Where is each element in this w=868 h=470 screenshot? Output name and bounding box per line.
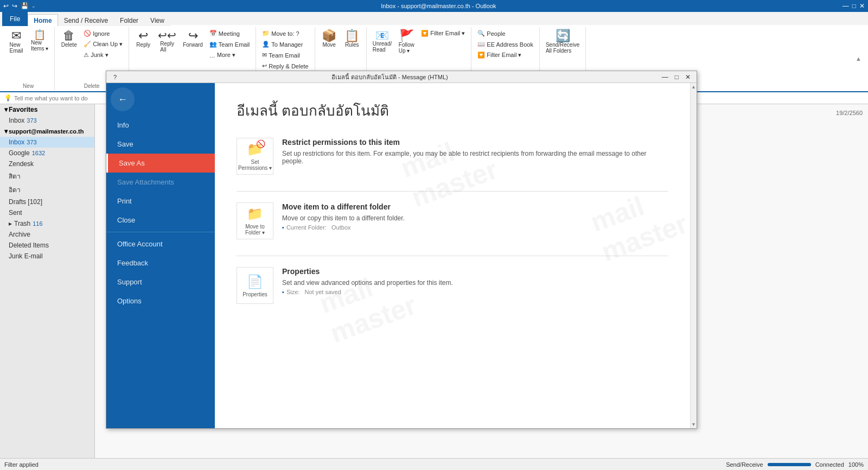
save-icon[interactable]: 💾 <box>21 2 29 10</box>
scroll-up-btn[interactable]: ▲ <box>690 83 697 91</box>
ribbon-tabs: File Home Send / Receive Folder View <box>0 12 868 26</box>
team-email2-button[interactable]: ✉ Team Email <box>259 50 311 60</box>
new-items-button[interactable]: 📋 NewItems ▾ <box>28 28 51 53</box>
rules-icon: 📋 <box>344 30 359 42</box>
meeting-button[interactable]: 📅 Meeting <box>207 28 252 39</box>
maximize-icon[interactable]: □ <box>852 2 856 10</box>
move-btn[interactable]: 📦 Move <box>318 28 340 49</box>
backstage-nav-save-as[interactable]: Save As <box>106 154 215 173</box>
sidebar-item-inbox-main[interactable]: Inbox 373 <box>0 137 94 148</box>
reply-delete-icon: ↩ <box>262 62 267 69</box>
inbox-main-label: Inbox <box>9 138 24 146</box>
delete-icon: 🗑 <box>63 30 75 42</box>
move-to-button[interactable]: 📁 Move to: ? <box>259 28 311 39</box>
properties-title: Properties <box>282 267 668 276</box>
send-receive-label: Send/ReceiveAll Folders <box>546 42 579 54</box>
tab-send-receive[interactable]: Send / Receive <box>58 14 114 26</box>
message-maximize-btn[interactable]: □ <box>672 73 681 81</box>
meeting-icon: 📅 <box>209 30 217 37</box>
forward-icon[interactable]: ↪ <box>12 2 17 10</box>
backstage-nav-office-account[interactable]: Office Account <box>106 234 215 253</box>
ribbon-collapse-btn[interactable]: ▲ <box>856 27 866 90</box>
backstage-nav-close[interactable]: Close <box>106 211 215 230</box>
message-minimize-btn[interactable]: — <box>659 73 671 81</box>
backstage-nav-info[interactable]: Info <box>106 116 215 135</box>
sidebar-item-drafts[interactable]: Drafts [102] <box>0 196 94 207</box>
back-icon[interactable]: ↩ <box>3 2 9 10</box>
set-permissions-btn[interactable]: 📁 🚫 SetPermissions ▾ <box>237 138 273 175</box>
follow-up-btn[interactable]: 🚩 FollowUp ▾ <box>395 28 417 55</box>
favorites-group[interactable]: ▾ Favorites <box>0 104 94 115</box>
scroll-down-btn[interactable]: ▼ <box>690 421 697 428</box>
minimize-icon[interactable]: — <box>843 2 849 10</box>
google-badge: 1632 <box>32 150 45 156</box>
properties-btn[interactable]: 📄 Properties <box>237 267 273 304</box>
delete-button[interactable]: 🗑 Delete <box>58 28 80 49</box>
send-receive-all-btn[interactable]: 🔄 Send/ReceiveAll Folders <box>543 28 582 55</box>
backstage-content: mailmaster mailmaster mailmaster อีเมลนี… <box>215 83 690 428</box>
rules-btn[interactable]: 📋 Rules <box>341 28 363 49</box>
cleanup-button[interactable]: 🧹 Clean Up ▾ <box>81 39 125 49</box>
properties-btn-label: Properties <box>242 291 267 297</box>
sidebar-item-thai1[interactable]: สิตา <box>0 169 94 183</box>
forward-button[interactable]: ↪ Forward <box>180 28 206 49</box>
move-to-icon: 📁 <box>262 30 270 37</box>
sidebar-item-zendesk[interactable]: Zendesk <box>0 158 94 169</box>
new-email-button[interactable]: ✉ NewEmail <box>5 28 27 55</box>
filter-status: Filter applied <box>4 461 39 468</box>
move-to-folder-btn[interactable]: 📁 Move toFolder ▾ <box>237 202 273 239</box>
ignore-button[interactable]: 🚫 Ignore <box>81 28 125 39</box>
backstage-nav-options[interactable]: Options <box>106 291 215 310</box>
unread-read-btn[interactable]: 📧 Unread/Read <box>370 28 395 54</box>
sidebar-item-trash[interactable]: ▸ Trash 116 <box>0 218 94 229</box>
backstage-nav-save[interactable]: Save <box>106 135 215 154</box>
reply-all-button[interactable]: ↩↩ ReplyAll <box>155 28 179 54</box>
reply-delete-button[interactable]: ↩ Reply & Delete <box>259 61 311 71</box>
unread-label: Unread/Read <box>373 41 392 53</box>
backstage-back-btn[interactable]: ← <box>111 87 135 111</box>
permissions-desc: Set up restrictions for this item. For e… <box>282 150 668 165</box>
tab-home[interactable]: Home <box>28 14 58 26</box>
sidebar-item-sent[interactable]: Sent <box>0 207 94 218</box>
sidebar-item-google[interactable]: Google 1632 <box>0 148 94 158</box>
inbox-fav-badge: 373 <box>27 117 36 124</box>
dropdown-icon[interactable]: ⌵ <box>32 3 35 9</box>
backstage-nav-feedback[interactable]: Feedback <box>106 253 215 272</box>
close-icon[interactable]: ✕ <box>859 2 865 10</box>
move-to-folder-label: Move toFolder ▾ <box>245 224 265 236</box>
sidebar-item-thai2[interactable]: อิตา <box>0 183 94 196</box>
more-button[interactable]: … More ▾ <box>207 50 252 60</box>
ribbon-group-new: ✉ NewEmail 📋 NewItems ▾ New <box>2 27 55 90</box>
zoom-bar[interactable] <box>768 463 811 466</box>
search-people-btn[interactable]: 🔍 People <box>475 28 536 39</box>
backstage-nav-print[interactable]: Print <box>106 192 215 211</box>
deleted-label: Deleted Items <box>9 242 49 249</box>
message-close-btn[interactable]: ✕ <box>682 73 693 81</box>
send-receive-icon: 🔄 <box>556 30 570 42</box>
junk-label: Junk E-mail <box>9 252 43 260</box>
message-scrollbar[interactable]: ▲ ▼ <box>690 83 697 428</box>
folder-tree: ▾ Favorites Inbox 373 ▾ support@mailmast… <box>0 104 94 463</box>
properties-desc: Set and view advanced options and proper… <box>282 279 668 287</box>
sidebar-item-deleted[interactable]: Deleted Items <box>0 240 94 251</box>
msg-help-icon[interactable]: ? <box>110 74 120 80</box>
connected-status: Connected <box>815 461 844 468</box>
tab-folder[interactable]: Folder <box>114 14 144 26</box>
filter-email-btn[interactable]: 🔽 Filter Email ▾ <box>418 28 468 39</box>
sidebar-item-junk[interactable]: Junk E-mail <box>0 251 94 262</box>
favorites-label: Favorites <box>9 106 37 113</box>
address-book-btn[interactable]: 📖 EE Address Book <box>475 39 536 49</box>
status-bar: Filter applied Send/Receive Connected 10… <box>0 458 868 470</box>
sidebar-item-archive[interactable]: Archive <box>0 229 94 240</box>
team-email-button[interactable]: 👥 Team Email <box>207 39 252 49</box>
sidebar-item-inbox-fav[interactable]: Inbox 373 <box>0 115 94 126</box>
junk-button[interactable]: ⚠ Junk ▾ <box>81 50 125 60</box>
to-manager-button[interactable]: 👤 To Manager <box>259 39 311 49</box>
reply-button[interactable]: ↩ Reply <box>132 28 154 49</box>
filter-email2-btn[interactable]: 🔽 Filter Email ▾ <box>475 50 536 60</box>
tab-view[interactable]: View <box>144 14 170 26</box>
backstage-nav-support[interactable]: Support <box>106 272 215 291</box>
follow-up-icon: 🚩 <box>399 30 414 42</box>
account-group[interactable]: ▾ support@mailmaster.co.th <box>0 126 94 137</box>
tab-file[interactable]: File <box>2 12 28 26</box>
